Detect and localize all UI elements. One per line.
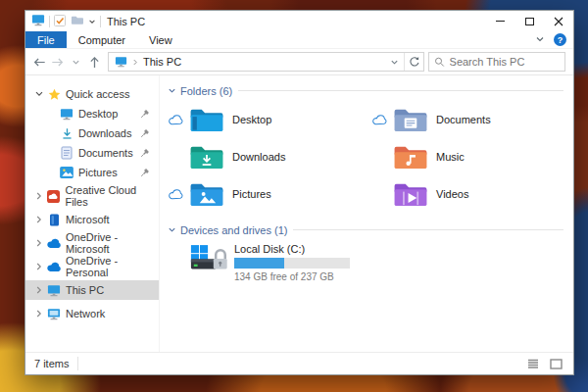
- expand-ribbon-button[interactable]: [535, 34, 545, 46]
- folder-tile-music[interactable]: Music: [371, 139, 564, 174]
- sidebar-item-label: Creative Cloud Files: [65, 184, 159, 208]
- sidebar-item-downloads[interactable]: Downloads: [25, 123, 159, 143]
- sidebar-item-onedrive-personal[interactable]: OneDrive - Personal: [25, 257, 159, 276]
- details-view-button[interactable]: [524, 356, 541, 372]
- ribbon-tabs: FileComputerView ?: [25, 31, 573, 49]
- status-separator: [77, 357, 78, 370]
- drive-tile-local-disk-c[interactable]: Local Disk (C:)134 GB free of 237 GB: [189, 243, 564, 282]
- titlebar[interactable]: This PC: [25, 11, 573, 31]
- chevron-right-icon[interactable]: [31, 238, 46, 248]
- refresh-icon: [409, 56, 420, 68]
- address-dropdown-button[interactable]: [384, 53, 404, 71]
- chevron-down-icon[interactable]: [31, 89, 46, 99]
- breadcrumb-location: This PC: [143, 56, 181, 68]
- sidebar-item-documents[interactable]: Documents: [25, 143, 159, 163]
- sidebar-item-pictures[interactable]: Pictures: [25, 163, 159, 182]
- star-icon: [46, 88, 62, 101]
- address-box[interactable]: This PC: [108, 52, 424, 72]
- chevron-right-icon[interactable]: [31, 262, 46, 271]
- chevron-right-icon[interactable]: [31, 285, 46, 295]
- pc-icon: [46, 284, 62, 297]
- ribbon-tab-computer[interactable]: Computer: [67, 31, 137, 48]
- folder-tile-videos[interactable]: Videos: [371, 176, 564, 212]
- chevron-right-icon: [131, 58, 139, 67]
- forward-button[interactable]: [48, 52, 67, 72]
- new-folder-button[interactable]: [71, 15, 83, 27]
- drive-name: Local Disk (C:): [234, 243, 350, 255]
- sidebar-item-label: Documents: [78, 147, 133, 159]
- monitor-icon: [59, 108, 74, 121]
- sidebar-item-label: This PC: [66, 284, 104, 296]
- cloud-icon: [46, 262, 62, 272]
- properties-button[interactable]: [54, 15, 66, 28]
- minimize-button[interactable]: [485, 11, 514, 31]
- customize-qat-dropdown[interactable]: [88, 16, 96, 27]
- chevron-right-icon[interactable]: [31, 191, 46, 201]
- back-button[interactable]: [29, 52, 48, 72]
- folder-tile-downloads[interactable]: Downloads: [168, 139, 360, 174]
- pin-icon: [140, 128, 150, 140]
- titlebar-separator: [49, 16, 50, 27]
- chevron-down-icon: [390, 58, 399, 67]
- help-button[interactable]: ?: [554, 33, 566, 46]
- microsoft-icon: [46, 214, 62, 226]
- search-box[interactable]: [428, 52, 565, 72]
- documents-folder-icon: [392, 106, 429, 134]
- folder-name: Desktop: [232, 114, 271, 125]
- sidebar-item-creative-cloud-files[interactable]: Creative Cloud Files: [25, 186, 159, 206]
- sidebar-item-microsoft[interactable]: Microsoft: [25, 210, 159, 229]
- minimize-icon: [496, 21, 505, 22]
- view-toggles: [524, 356, 564, 372]
- sidebar-item-quick-access[interactable]: Quick access: [25, 84, 159, 104]
- group-header-rule: [293, 229, 564, 230]
- close-button[interactable]: [544, 11, 573, 31]
- maximize-icon: [525, 18, 534, 25]
- folder-name: Downloads: [232, 151, 285, 163]
- search-input[interactable]: [450, 56, 560, 68]
- network-icon: [46, 308, 62, 320]
- download-icon: [59, 127, 74, 140]
- desktop-wallpaper: This PC FileComputerView ?: [0, 0, 588, 392]
- folders-group-header[interactable]: Folders (6): [168, 82, 564, 99]
- sidebar-item-label: OneDrive - Microsoft: [66, 231, 159, 255]
- large-icons-view-button[interactable]: [548, 356, 564, 372]
- recent-locations-dropdown[interactable]: [67, 52, 85, 72]
- cloud-status-icon: [168, 115, 188, 125]
- folder-tile-desktop[interactable]: Desktop: [168, 102, 360, 137]
- details-view-icon: [527, 359, 539, 369]
- local-disk-icon: [189, 243, 230, 282]
- chevron-right-icon[interactable]: [31, 309, 46, 318]
- picture-icon: [59, 167, 74, 178]
- search-icon: [434, 56, 445, 68]
- ribbon-tab-file[interactable]: File: [25, 31, 67, 48]
- ribbon-right-controls: ?: [535, 31, 566, 48]
- folder-tile-pictures[interactable]: Pictures: [168, 176, 360, 212]
- sidebar-item-this-pc[interactable]: This PC: [25, 280, 159, 300]
- drives-group-header[interactable]: Devices and drives (1): [168, 221, 564, 238]
- window-controls: [485, 11, 573, 31]
- cloud-status-icon: [371, 115, 392, 125]
- items-count: 7 items: [34, 358, 69, 369]
- breadcrumb[interactable]: This PC: [109, 56, 384, 68]
- maximize-button[interactable]: [514, 11, 544, 31]
- folder-tile-documents[interactable]: Documents: [371, 102, 564, 137]
- refresh-button[interactable]: [404, 53, 423, 71]
- music-folder-icon: [392, 143, 429, 172]
- cloud-icon: [46, 238, 62, 249]
- document-icon: [59, 146, 74, 160]
- sidebar-item-label: Downloads: [78, 127, 131, 139]
- drive-info: Local Disk (C:)134 GB free of 237 GB: [234, 243, 350, 282]
- chevron-right-icon[interactable]: [31, 215, 46, 224]
- folder-name: Music: [436, 151, 465, 163]
- sidebar-item-desktop[interactable]: Desktop: [25, 104, 159, 123]
- sidebar-item-onedrive-microsoft[interactable]: OneDrive - Microsoft: [25, 233, 159, 253]
- chevron-down-icon: [168, 86, 176, 95]
- close-icon: [554, 17, 564, 26]
- group-header-rule: [238, 90, 564, 91]
- up-button[interactable]: [85, 52, 104, 72]
- capacity-bar-fill: [234, 258, 284, 269]
- videos-folder-icon: [392, 180, 429, 209]
- ribbon-tab-view[interactable]: View: [137, 31, 184, 48]
- chevron-down-icon: [72, 58, 80, 67]
- sidebar-item-network[interactable]: Network: [25, 304, 159, 323]
